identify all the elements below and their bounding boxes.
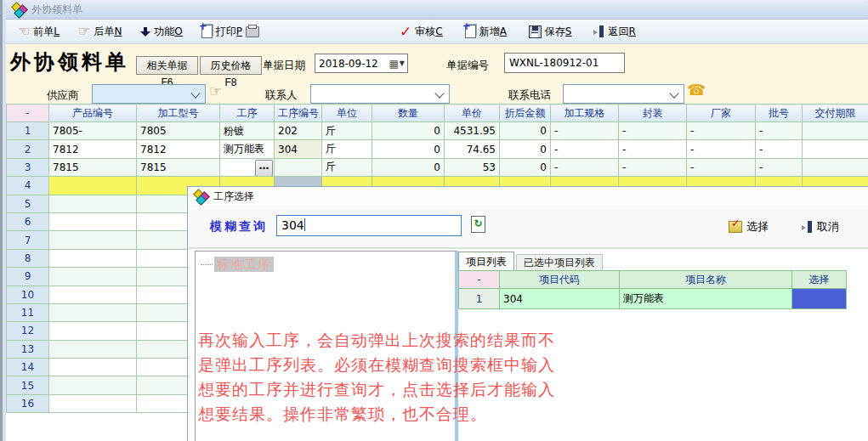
cell[interactable]: [49, 376, 137, 394]
col-header[interactable]: 加工型号: [137, 105, 220, 122]
cell[interactable]: 7815: [137, 158, 220, 176]
col-header[interactable]: 工序: [220, 105, 275, 122]
row-number[interactable]: 3: [7, 158, 49, 176]
fuzzy-query-input[interactable]: 304: [276, 215, 462, 236]
tab-selected-item-list[interactable]: 已选中项目列表: [516, 254, 603, 270]
row-number[interactable]: 12: [7, 322, 49, 340]
save-button[interactable]: 保存S: [529, 25, 572, 39]
cell[interactable]: [49, 177, 137, 195]
cell[interactable]: 7812: [49, 140, 137, 158]
cell[interactable]: [803, 122, 868, 140]
cell[interactable]: 74.65: [445, 140, 500, 158]
row-number[interactable]: 14: [7, 359, 49, 376]
cell[interactable]: [49, 322, 137, 340]
functions-button[interactable]: 功能O: [140, 25, 182, 39]
col-header[interactable]: -: [7, 105, 49, 122]
cell[interactable]: [49, 394, 137, 412]
cell[interactable]: [49, 359, 137, 376]
history-price-button[interactable]: 历史价格F8: [200, 56, 262, 75]
doc-date-field[interactable]: 2018-09-12 ▦ ▼: [315, 54, 408, 73]
cell[interactable]: [49, 195, 137, 212]
cell[interactable]: [49, 303, 137, 321]
cell[interactable]: …: [220, 158, 275, 176]
row-number[interactable]: 8: [7, 249, 49, 267]
phone-combo[interactable]: [563, 84, 684, 104]
row-number[interactable]: 11: [7, 303, 49, 321]
col-header[interactable]: 工序编号: [275, 105, 322, 122]
row-number[interactable]: 1: [7, 122, 49, 140]
cell[interactable]: 0: [500, 158, 551, 176]
tab-item-list[interactable]: 项目列表: [458, 252, 514, 270]
col-header[interactable]: -: [459, 271, 500, 289]
cell[interactable]: 斤: [322, 140, 372, 158]
cell[interactable]: -: [551, 158, 619, 176]
cell[interactable]: -: [619, 122, 687, 140]
col-header[interactable]: 封装: [619, 105, 687, 122]
return-button[interactable]: 返回R: [593, 25, 635, 39]
cell[interactable]: -: [687, 122, 756, 140]
prev-doc-button[interactable]: ☜ 前单L: [18, 25, 60, 39]
cell[interactable]: 0: [372, 140, 445, 158]
col-header[interactable]: 单价: [445, 105, 500, 122]
new-button[interactable]: + 新增A: [465, 25, 507, 39]
supplier-combo[interactable]: [92, 84, 206, 104]
cell[interactable]: 7812: [137, 140, 220, 158]
cancel-button[interactable]: 取消: [802, 219, 839, 235]
cell[interactable]: -: [756, 158, 803, 176]
row-number[interactable]: 7: [7, 231, 49, 249]
cell[interactable]: 0: [500, 122, 551, 140]
cell[interactable]: 粉镀: [220, 122, 275, 140]
row-number[interactable]: 5: [7, 195, 49, 212]
col-header[interactable]: 项目名称: [620, 271, 792, 289]
process-lookup-button[interactable]: …: [255, 160, 273, 177]
selection-cell[interactable]: [792, 289, 847, 309]
related-docs-button[interactable]: 相关单据F6: [136, 56, 198, 75]
item-name-cell[interactable]: 测万能表: [620, 289, 792, 309]
cell[interactable]: 0: [372, 158, 445, 176]
cell[interactable]: [803, 140, 868, 158]
cell[interactable]: -: [687, 158, 756, 176]
col-header[interactable]: 选择: [792, 271, 847, 289]
cell[interactable]: 7815: [49, 158, 137, 176]
audit-button[interactable]: ✓ 审核C: [400, 25, 443, 39]
row-number[interactable]: 16: [7, 394, 49, 412]
col-header[interactable]: 产品编号: [49, 105, 137, 122]
col-header[interactable]: 厂家: [687, 105, 756, 122]
cell[interactable]: 4531.95: [445, 122, 500, 140]
row-number[interactable]: 6: [7, 212, 49, 230]
cell[interactable]: 7805-: [49, 122, 137, 140]
cell[interactable]: 0: [500, 140, 551, 158]
cell[interactable]: -: [551, 122, 619, 140]
cell[interactable]: -: [619, 158, 687, 176]
cell[interactable]: -: [756, 122, 803, 140]
next-doc-button[interactable]: ☞ 后单N: [78, 25, 122, 39]
cell[interactable]: 304: [275, 140, 322, 158]
cell[interactable]: 7805: [137, 122, 220, 140]
cell[interactable]: -: [756, 140, 803, 158]
cell[interactable]: 0: [372, 122, 445, 140]
col-header[interactable]: 加工规格: [551, 105, 619, 122]
item-code-cell[interactable]: 304: [500, 289, 620, 309]
row-number[interactable]: 10: [7, 286, 49, 303]
cell[interactable]: [49, 286, 137, 303]
cell[interactable]: -: [619, 140, 687, 158]
row-number[interactable]: 9: [7, 268, 49, 286]
col-header[interactable]: 数量: [372, 105, 445, 122]
cell[interactable]: 53: [445, 158, 500, 176]
col-header[interactable]: 交付期限: [803, 105, 868, 122]
cell[interactable]: [49, 231, 137, 249]
cell[interactable]: -: [687, 140, 756, 158]
row-number[interactable]: 15: [7, 376, 49, 394]
refresh-button[interactable]: ↻: [471, 216, 485, 233]
cell[interactable]: -: [551, 140, 619, 158]
contact-combo[interactable]: [310, 84, 450, 104]
select-button[interactable]: 选择: [729, 219, 769, 235]
phone-icon[interactable]: ☎: [687, 81, 706, 99]
calendar-icon[interactable]: ▦: [389, 58, 399, 70]
cell[interactable]: 测万能表: [220, 140, 275, 158]
row-number[interactable]: 4: [7, 177, 49, 195]
cell[interactable]: [49, 268, 137, 286]
col-header[interactable]: 项目代码: [500, 271, 620, 289]
col-header[interactable]: 批号: [756, 105, 803, 122]
cell[interactable]: [49, 249, 137, 267]
